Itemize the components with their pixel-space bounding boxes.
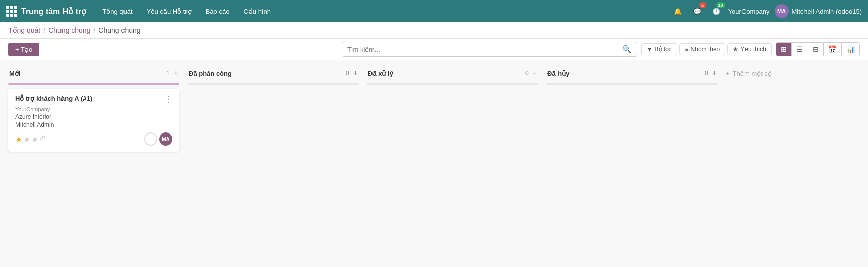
breadcrumb-sep-2: / <box>93 26 95 34</box>
favorite-label: Yêu thích <box>740 46 766 53</box>
kanban-add-column: + Thêm một cộ <box>726 66 827 77</box>
activities-button[interactable]: 🕐 10 <box>709 4 723 18</box>
kanban-icon: ⊞ <box>781 45 787 53</box>
toolbar: + Tạo 🔍 ▼ Bộ lọc ≡ Nhóm theo ★ Yêu thích… <box>0 39 868 60</box>
star-3[interactable]: ★ <box>31 135 38 144</box>
menu-tong-quat[interactable]: Tổng quát <box>96 5 138 18</box>
activities-badge: 10 <box>716 2 725 8</box>
messages-badge: 5 <box>699 2 706 8</box>
kanban-col-actions-phan-cong: 0 + <box>346 69 358 78</box>
kanban-add-card-xu-ly[interactable]: + <box>533 69 537 78</box>
kanban-col-title-xu-ly: Đã xử lý <box>368 70 393 77</box>
star-timer[interactable]: ⏱ <box>39 135 46 144</box>
kanban-column-da-phan-cong: Đã phân công 0 + <box>188 66 359 89</box>
list-view-button[interactable]: ☰ <box>792 43 808 56</box>
breadcrumb-current: Chung chung <box>98 26 140 34</box>
kanban-progress-phan-cong <box>188 83 359 85</box>
chart-icon: 📊 <box>846 45 855 53</box>
table-view-button[interactable]: ⊟ <box>808 43 824 56</box>
breadcrumb-bar: Tổng quát / Chung chung / Chung chung <box>0 22 868 39</box>
kanban-card-1-customer: Azure Interior <box>15 113 172 120</box>
card-avatar-initials: MA <box>162 137 170 142</box>
create-button[interactable]: + Tạo <box>8 43 39 56</box>
kanban-col-title-phan-cong: Đã phân công <box>189 70 232 77</box>
group-by-button[interactable]: ≡ Nhóm theo <box>679 43 726 55</box>
kanban-col-title-moi: Mới <box>9 70 20 77</box>
user-initials: MA <box>777 8 786 14</box>
kanban-add-card-phan-cong[interactable]: + <box>353 69 358 78</box>
kanban-col-count-moi: 1 <box>166 70 170 77</box>
chat-icon: 💬 <box>693 8 701 15</box>
kanban-progress-moi <box>8 83 179 85</box>
kanban-board: Mới 1 + Hỗ trợ khách hàng A (#1) ⋮ YourC… <box>0 60 868 254</box>
kanban-col-count-phan-cong: 0 <box>346 70 349 77</box>
topnav-right: 🔔 💬 5 🕐 10 YourCompany MA Mitchell Admin… <box>671 4 862 18</box>
kanban-col-actions-huy: 0 + <box>705 69 717 78</box>
kanban-card-1[interactable]: Hỗ trợ khách hàng A (#1) ⋮ YourCompany A… <box>8 89 179 152</box>
filter-label: Bộ lọc <box>655 46 672 53</box>
filter-button[interactable]: ▼ Bộ lọc <box>641 43 677 55</box>
star-1[interactable]: ★ <box>15 135 22 144</box>
top-navigation: Trung tâm Hỗ trợ Tổng quát Yêu cầu Hỗ tr… <box>0 0 868 22</box>
kanban-card-1-avatar-user: MA <box>159 132 172 146</box>
kanban-card-1-footer: ★ ★ ★ ⏱ MA <box>15 132 172 146</box>
filter-icon: ▼ <box>647 46 653 53</box>
add-column-button[interactable]: + Thêm một cộ <box>726 70 772 77</box>
search-icon: 🔍 <box>622 45 632 53</box>
kanban-column-da-xu-ly: Đã xử lý 0 + <box>367 66 538 89</box>
kanban-col-count-huy: 0 <box>705 70 708 77</box>
search-input[interactable] <box>342 43 617 56</box>
add-column-icon: + <box>726 70 730 77</box>
user-avatar: MA <box>775 4 789 18</box>
clock-icon: 🕐 <box>712 8 720 15</box>
chart-view-button[interactable]: 📊 <box>842 43 859 56</box>
notifications-button[interactable]: 🔔 <box>671 4 685 18</box>
kanban-column-da-huy: Đã hủy 0 + <box>546 66 718 89</box>
calendar-view-button[interactable]: 📅 <box>824 43 842 56</box>
kanban-progress-xu-ly <box>367 83 538 85</box>
kanban-card-1-stars: ★ ★ ★ ⏱ <box>15 135 46 144</box>
breadcrumb-tong-quat[interactable]: Tổng quát <box>8 26 40 34</box>
kanban-add-card-moi[interactable]: + <box>174 69 178 78</box>
kanban-card-1-assignee: Mitchell Admin <box>15 121 172 128</box>
star-icon: ★ <box>733 46 738 53</box>
search-submit-button[interactable]: 🔍 <box>617 42 637 56</box>
breadcrumb-chung-chung-1[interactable]: Chung chung <box>48 26 90 34</box>
kanban-add-card-huy[interactable]: + <box>712 69 717 78</box>
kanban-col-header-huy: Đã hủy 0 + <box>546 66 718 80</box>
breadcrumb: Tổng quát / Chung chung / Chung chung <box>8 26 141 34</box>
kanban-card-1-header: Hỗ trợ khách hàng A (#1) ⋮ <box>15 95 172 104</box>
star-2[interactable]: ★ <box>23 135 30 144</box>
search-bar: 🔍 <box>342 42 637 57</box>
breadcrumb-sep-1: / <box>43 26 45 34</box>
add-column-label: Thêm một cộ <box>733 70 772 77</box>
kanban-col-header-phan-cong: Đã phân công 0 + <box>188 66 359 80</box>
group-icon: ≡ <box>685 46 689 53</box>
group-label: Nhóm theo <box>691 46 720 53</box>
kanban-col-header-xu-ly: Đã xử lý 0 + <box>367 66 538 80</box>
kanban-col-count-xu-ly: 0 <box>525 70 529 77</box>
kanban-card-1-menu[interactable]: ⋮ <box>164 95 172 104</box>
kanban-column-moi: Mới 1 + Hỗ trợ khách hàng A (#1) ⋮ YourC… <box>8 66 179 152</box>
menu-yeu-cau[interactable]: Yêu cầu Hỗ trợ <box>141 5 198 18</box>
app-logo[interactable]: Trung tâm Hỗ trợ <box>6 6 86 17</box>
kanban-col-title-huy: Đã hủy <box>547 70 569 77</box>
messages-button[interactable]: 💬 5 <box>690 4 704 18</box>
menu-cau-hinh[interactable]: Cấu hình <box>237 5 277 18</box>
kanban-col-actions-moi: 1 + <box>166 69 178 78</box>
kanban-view-button[interactable]: ⊞ <box>776 43 792 56</box>
app-title: Trung tâm Hỗ trợ <box>21 7 86 16</box>
favorite-button[interactable]: ★ Yêu thích <box>727 43 772 55</box>
menu-bao-cao[interactable]: Báo cáo <box>200 5 236 18</box>
kanban-card-1-company: YourCompany <box>15 106 172 112</box>
filter-row: ▼ Bộ lọc ≡ Nhóm theo ★ Yêu thích <box>641 43 772 55</box>
kanban-progress-huy <box>546 83 718 85</box>
top-menu: Tổng quát Yêu cầu Hỗ trợ Báo cáo Cấu hìn… <box>96 5 670 18</box>
apps-icon <box>6 6 17 17</box>
table-icon: ⊟ <box>813 45 819 53</box>
kanban-col-header-moi: Mới 1 + <box>8 66 179 80</box>
kanban-card-1-title: Hỗ trợ khách hàng A (#1) <box>15 95 92 102</box>
kanban-card-1-avatar-empty <box>144 132 157 146</box>
bell-icon: 🔔 <box>674 8 682 15</box>
user-menu[interactable]: MA Mitchell Admin (odoo15) <box>775 4 862 18</box>
